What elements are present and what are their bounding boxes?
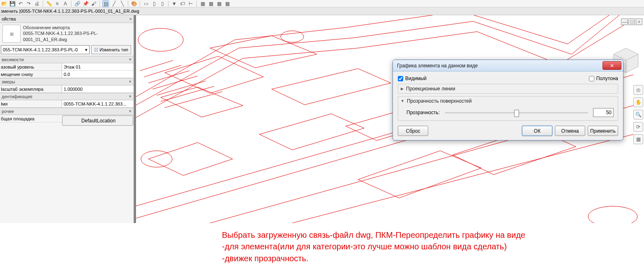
tool-thin-line2-icon[interactable]: ╲	[119, 0, 125, 7]
tool-wall2-icon[interactable]: ▯	[159, 0, 166, 7]
view-minimize-icon[interactable]: —	[621, 18, 628, 25]
title-filename: 0055-TCM-NKK-4.1.1.22.383-PS-PL-0001_01_…	[21, 9, 139, 14]
visible-checkbox[interactable]: Видимый	[398, 76, 427, 81]
tool-highlight-icon[interactable]: ▤	[102, 0, 109, 7]
tool-open-icon[interactable]: 📂	[1, 0, 7, 7]
tool-render-icon[interactable]: 🎨	[131, 0, 137, 7]
panel-title: ойства	[2, 16, 16, 21]
prop-row-site[interactable]: бщая площадка DefaultLocation	[0, 115, 134, 122]
import-filename: 0055-TCM-NKK-4.1.1.22.383-PS-PL-0001_01_…	[23, 30, 131, 42]
type-selector[interactable]: 055-TCM-NKK-4.1.1.22.383-PS-PL-0 ▾	[1, 45, 90, 54]
category-dependencies[interactable]: висимости ✕	[0, 56, 134, 63]
cancel-button[interactable]: Отмена	[555, 126, 585, 136]
category-dimensions[interactable]: змеры ✕	[0, 78, 134, 85]
projection-lines-label: Проекционные линии	[406, 86, 455, 92]
transparency-slider[interactable]	[445, 112, 588, 113]
annotation-text: Выбрать загруженную связь-файл dwg, ПКМ-…	[222, 229, 525, 264]
edit-type-icon: ☷	[94, 47, 98, 53]
prop-value[interactable]: 0.0	[62, 71, 134, 78]
panel-close-icon[interactable]: ×	[129, 16, 132, 21]
apply-button[interactable]: Применить	[588, 126, 618, 136]
tool-paint-icon[interactable]: 🖌	[90, 0, 97, 7]
tool-save-icon[interactable]: 💾	[9, 0, 16, 7]
tool-filter-icon[interactable]: ▼	[171, 0, 178, 7]
tool-wall-icon[interactable]: ▯	[151, 0, 157, 7]
tool-redo-icon[interactable]: ↷	[25, 0, 32, 7]
quick-access-toolbar: 📂 💾 ↶ ↷ 🖨 📏 ≡ A 🔗 📌 🖌 ▤ ╱ ╲ 🎨 ▭ ▯ ▯ ▼ 🏷 …	[0, 0, 644, 7]
annotation-line3: -движек прозрачность.	[222, 253, 525, 264]
tool-sheet3-icon[interactable]: ▦	[216, 0, 222, 7]
properties-panel: ойства × ▦ Обозначение импорта 0055-TCM-…	[0, 15, 134, 223]
nav-zoom-icon[interactable]: 🔍	[633, 110, 643, 120]
prop-row-scale[interactable]: Іасштаб экземпляра 1.000000	[0, 85, 134, 93]
prop-row-offset[interactable]: мещение снизу 0.0	[0, 71, 134, 78]
reset-button[interactable]: Сброс	[398, 126, 428, 136]
view-close-icon[interactable]: ×	[636, 18, 642, 25]
separator	[168, 1, 169, 7]
prop-value-button[interactable]: DefaultLocation	[62, 115, 133, 126]
prop-value[interactable]: 0055-TCM-NKK-4.1.1.22.383...	[62, 100, 134, 107]
svg-line-14	[292, 134, 633, 223]
svg-line-9	[161, 86, 214, 101]
tool-tag-icon[interactable]: 🏷	[179, 0, 186, 7]
halftone-checkbox-label: Полутона	[596, 76, 618, 81]
category-label: рочее	[2, 109, 14, 114]
import-text: Обозначение импорта 0055-TCM-NKK-4.1.1.2…	[23, 25, 131, 42]
svg-point-3	[588, 206, 637, 223]
tool-measure-icon[interactable]: 📏	[46, 0, 52, 7]
dialog-titlebar[interactable]: Графика элемента на данном виде ✕	[393, 60, 623, 71]
view-maximize-icon[interactable]: ☐	[628, 18, 635, 25]
panel-header: ойства ×	[0, 15, 134, 23]
svg-line-4	[140, 60, 173, 71]
prop-key: мещение снизу	[0, 71, 62, 78]
surface-transparency-header[interactable]: ▼ Прозрачность поверхностей	[398, 97, 618, 106]
transparency-label: Прозрачность:	[406, 110, 440, 115]
prop-value[interactable]: 1.000000	[62, 85, 134, 92]
prop-row-base-level[interactable]: азовый уровень Этаж 01	[0, 63, 134, 71]
prop-key: азовый уровень	[0, 63, 62, 70]
prop-row-name[interactable]: Імя 0055-TCM-NKK-4.1.1.22.383...	[0, 100, 134, 108]
separator	[128, 1, 128, 7]
halftone-checkbox[interactable]: Полутона	[589, 76, 618, 81]
tool-select-icon[interactable]: ▭	[143, 0, 149, 7]
edit-type-button[interactable]: ☷ Изменить тип	[91, 45, 131, 54]
annotation-line1: Выбрать загруженную связь-файл dwg, ПКМ-…	[222, 229, 525, 241]
tool-sheet-icon[interactable]: ▦	[199, 0, 206, 7]
import-summary: ▦ Обозначение импорта 0055-TCM-NKK-4.1.1…	[0, 23, 134, 44]
prop-key: Імя	[0, 100, 62, 107]
annotation-line2: -для элемента(или для категории-это лучш…	[222, 241, 525, 252]
tool-link-icon[interactable]: 🔗	[74, 0, 81, 7]
expander-icon: ✕	[129, 94, 132, 99]
svg-point-1	[141, 151, 172, 167]
edit-type-label: Изменить тип	[99, 47, 128, 52]
prop-value[interactable]: Этаж 01	[62, 63, 134, 70]
tool-dim-icon[interactable]: ⊢	[187, 0, 194, 7]
category-identification[interactable]: дентификация ✕	[0, 93, 134, 100]
ok-button[interactable]: ОК	[522, 126, 552, 136]
tool-align-icon[interactable]: ≡	[54, 0, 60, 7]
import-label: Обозначение импорта	[23, 25, 131, 30]
element-graphics-dialog: Графика элемента на данном виде ✕ Видимы…	[392, 60, 623, 140]
tool-sheet4-icon[interactable]: ▦	[224, 0, 231, 7]
tool-thin-line-icon[interactable]: ╱	[111, 0, 117, 7]
tool-undo-icon[interactable]: ↶	[17, 0, 24, 7]
tool-print-icon[interactable]: 🖨	[34, 0, 40, 7]
visible-checkbox-input[interactable]	[398, 76, 403, 81]
prop-key: Іасштаб экземпляра	[0, 85, 62, 92]
transparency-value[interactable]: 50	[593, 108, 614, 117]
halftone-checkbox-input[interactable]	[589, 76, 594, 81]
tool-text-icon[interactable]: A	[62, 0, 69, 7]
nav-hand-icon[interactable]: ✋	[633, 97, 643, 107]
nav-ring-icon[interactable]: ◎	[633, 85, 643, 95]
expander-icon: ✕	[129, 58, 132, 62]
category-other[interactable]: рочее ✕	[0, 108, 134, 115]
tool-sheet2-icon[interactable]: ▦	[208, 0, 214, 7]
nav-cube-icon[interactable]: ▦	[633, 134, 643, 144]
nav-orbit-icon[interactable]: ⟳	[633, 122, 643, 132]
dialog-close-button[interactable]: ✕	[602, 61, 621, 70]
tool-pin-icon[interactable]: 📌	[82, 0, 89, 7]
slider-thumb-icon[interactable]	[514, 110, 519, 117]
projection-lines-header[interactable]: ▶ Проекционные линии	[398, 84, 618, 93]
view-window-controls: — ☐ ×	[621, 18, 642, 25]
category-label: змеры	[2, 79, 15, 84]
